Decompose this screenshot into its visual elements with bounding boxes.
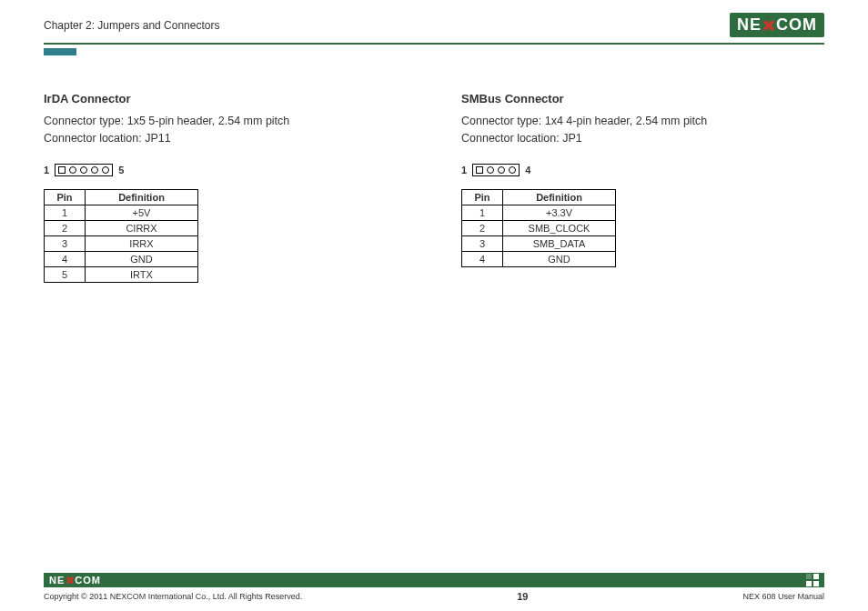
table-row: 1+3.3V [462,205,616,220]
footer-logo-right: COM [75,575,101,586]
section-title: IrDA Connector [44,92,407,105]
pin-start-label: 1 [461,165,467,175]
table-row: 2CIRRX [45,220,198,235]
cell-pin: 2 [462,220,503,235]
pin-table: Pin Definition 1+3.3V2SMB_CLOCK3SMB_DATA… [461,189,616,267]
pin-circle-icon [91,166,98,174]
section-description: Connector type: 1x5 5-pin header, 2.54 m… [44,113,407,147]
cell-pin: 3 [462,235,503,251]
manual-title: NEX 608 User Manual [742,592,824,601]
cell-pin: 4 [45,251,86,266]
table-header-row: Pin Definition [462,189,616,205]
table-row: 3SMB_DATA [462,235,616,251]
pin-end-label: 5 [118,165,124,175]
subfooter: Copyright © 2011 NEXCOM International Co… [44,591,824,602]
cell-definition: SMB_DATA [503,235,616,251]
cell-pin: 2 [45,220,86,235]
cell-pin: 4 [462,251,503,266]
footer-logo: NE COM [49,575,101,586]
th-pin: Pin [45,189,86,205]
cell-definition: SMB_CLOCK [503,220,616,235]
footer-bar: NE COM [44,573,824,587]
cell-definition: CIRRX [86,220,198,235]
pin-square-icon [58,166,66,174]
table-row: 2SMB_CLOCK [462,220,616,235]
pin-end-label: 4 [525,165,530,175]
table-row: 3IRRX [45,235,198,251]
pin-box [55,164,113,176]
footer-x-icon [66,576,74,585]
th-definition: Definition [86,189,198,205]
th-definition: Definition [503,189,616,205]
brand-logo: NE COM [730,13,824,37]
cell-pin: 1 [45,205,86,220]
connector-type: Connector type: 1x5 5-pin header, 2.54 m… [44,115,289,127]
logo-x-icon [762,19,775,32]
pin-diagram: 1 5 [44,164,407,176]
pin-table: Pin Definition 1+5V2CIRRX3IRRX4GND5IRTX [44,189,198,283]
table-row: 4GND [45,251,198,266]
pin-diagram: 1 4 [461,164,824,176]
footer-logo-left: NE [49,575,65,586]
table-row: 4GND [462,251,616,266]
accent-tab [44,48,76,55]
section-description: Connector type: 1x4 4-pin header, 2.54 m… [461,113,824,147]
pin-circle-icon [102,166,109,174]
th-pin: Pin [462,189,503,205]
cell-pin: 5 [45,266,86,282]
pin-circle-icon [498,166,505,174]
pin-circle-icon [509,166,516,174]
header-divider [44,43,824,45]
connector-location: Connector location: JP11 [44,132,171,145]
page-number: 19 [517,591,528,602]
pin-box [472,164,520,176]
table-row: 5IRTX [45,266,198,282]
cell-pin: 3 [45,235,86,251]
cell-definition: GND [86,251,198,266]
chapter-title: Chapter 2: Jumpers and Connectors [44,19,219,32]
connector-location: Connector location: JP1 [461,132,582,145]
cell-definition: +5V [86,205,198,220]
pin-circle-icon [80,166,87,174]
pin-circle-icon [487,166,494,174]
cell-definition: +3.3V [503,205,616,220]
footer-ornament-icon [806,574,819,586]
pin-square-icon [476,166,483,174]
connector-type: Connector type: 1x4 4-pin header, 2.54 m… [461,115,707,127]
cell-definition: IRRX [86,235,198,251]
cell-definition: GND [503,251,616,266]
irda-section: IrDA Connector Connector type: 1x5 5-pin… [44,92,407,283]
copyright-text: Copyright © 2011 NEXCOM International Co… [44,592,302,601]
cell-definition: IRTX [86,266,198,282]
pin-circle-icon [69,166,76,174]
logo-text-right: COM [776,15,817,35]
cell-pin: 1 [462,205,503,220]
section-title: SMBus Connector [461,92,824,105]
smbus-section: SMBus Connector Connector type: 1x4 4-pi… [461,92,824,283]
logo-text-left: NE [737,15,762,35]
pin-start-label: 1 [44,165,49,175]
table-row: 1+5V [45,205,198,220]
table-header-row: Pin Definition [45,189,198,205]
